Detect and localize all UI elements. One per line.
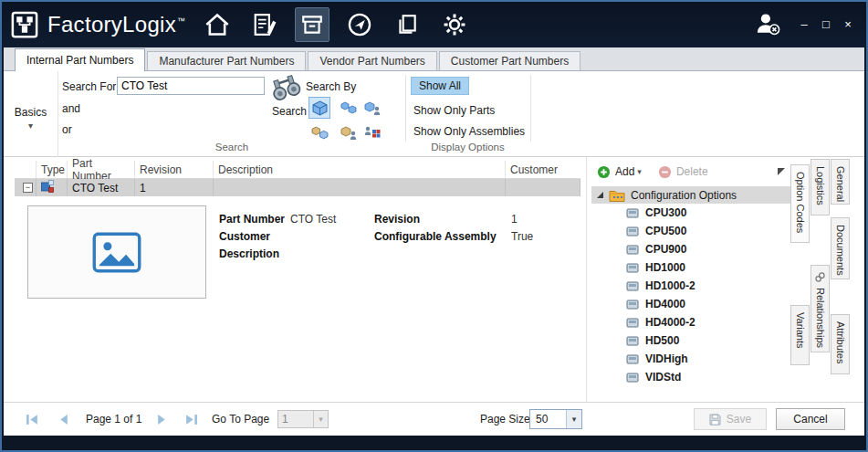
first-page-icon[interactable]: [26, 414, 39, 428]
basics-dropdown-caret[interactable]: ▾: [4, 121, 58, 131]
page-size-caret-icon[interactable]: ▾: [566, 410, 581, 428]
basics-label: Basics: [4, 106, 58, 119]
last-page-icon[interactable]: [184, 414, 198, 428]
column-type[interactable]: Type: [37, 161, 68, 178]
settings-gear-icon[interactable]: [437, 7, 472, 42]
detail-configurable-assembly-value: True: [511, 230, 533, 243]
row-type-cell: [37, 179, 68, 196]
column-description[interactable]: Description: [214, 161, 506, 178]
search-by-assembly-customer-icon[interactable]: [338, 121, 360, 143]
vtab-documents[interactable]: Documents: [831, 217, 850, 279]
parts-grid: Type Part Number Revision Description Cu…: [15, 157, 580, 402]
search-binoculars-icon[interactable]: [270, 75, 301, 103]
tab-manufacturer-part-numbers[interactable]: Manufacturer Part Numbers: [147, 51, 306, 70]
search-by-part-customer-icon[interactable]: [361, 97, 383, 119]
page-size-select[interactable]: 50 ▾: [529, 409, 582, 429]
add-dropdown-caret[interactable]: ▾: [637, 167, 642, 176]
relationships-link-icon: [815, 272, 825, 284]
tree-item-hd500[interactable]: HD500: [591, 331, 790, 350]
options-toolbar: Add ▾ Delete: [591, 161, 790, 183]
tab-internal-part-numbers[interactable]: Internal Part Numbers: [15, 48, 145, 71]
save-button[interactable]: Save: [694, 408, 767, 430]
detail-customer-label: Customer: [219, 230, 270, 243]
vtab-general[interactable]: General: [831, 159, 850, 205]
tab-vendor-part-numbers[interactable]: Vendor Part Numbers: [308, 51, 436, 70]
tree-item-hd4000-2[interactable]: HD4000-2: [591, 313, 790, 331]
next-page-icon[interactable]: [157, 414, 167, 428]
row-customer: [506, 179, 580, 196]
go-to-page-label: Go To Page: [212, 413, 269, 426]
tree-item-hd4000[interactable]: HD4000: [591, 295, 790, 313]
vtab-logistics[interactable]: Logistics: [810, 159, 830, 215]
go-to-page-input[interactable]: [278, 411, 313, 427]
part-library-icon[interactable]: [295, 7, 329, 42]
tree-item-cpu900[interactable]: CPU900: [591, 240, 790, 258]
vtab-relationships[interactable]: Relationships: [810, 265, 830, 352]
app-window: FactoryLogix™: [0, 0, 868, 452]
basics-group[interactable]: Basics ▾: [4, 71, 58, 157]
panel-splitter[interactable]: [586, 157, 587, 402]
tree-item-cpu500[interactable]: CPU500: [591, 222, 790, 240]
tree-expander-icon[interactable]: [597, 192, 603, 198]
window-controls: – □ ×: [793, 16, 859, 34]
add-plus-icon: [597, 165, 611, 179]
search-group-label: Search: [58, 142, 405, 152]
row-description: [214, 179, 506, 196]
part-number-tabstrip: Internal Part Numbers Manufacturer Part …: [4, 47, 864, 71]
user-logout-icon[interactable]: [753, 11, 780, 39]
go-to-page-stepper[interactable]: ▾: [277, 410, 329, 428]
delete-button[interactable]: Delete: [658, 165, 708, 179]
column-customer[interactable]: Customer: [506, 161, 580, 178]
close-button[interactable]: ×: [837, 16, 859, 34]
show-only-parts-option[interactable]: Show Only Parts: [413, 104, 495, 117]
page-size-value: 50: [530, 413, 566, 426]
option-icon: [626, 226, 639, 237]
go-to-page-caret-icon[interactable]: ▾: [313, 411, 328, 427]
documents-icon[interactable]: [390, 7, 424, 42]
previous-page-icon[interactable]: [58, 414, 68, 428]
part-type-icon: [41, 180, 54, 195]
table-row[interactable]: − CTO Test 1: [15, 179, 580, 196]
vtab-variants[interactable]: Variants: [790, 305, 810, 365]
search-by-parts-icon[interactable]: [338, 97, 360, 119]
show-all-option[interactable]: Show All: [411, 77, 469, 95]
detail-description-label: Description: [219, 247, 279, 260]
search-by-assembly-icon[interactable]: [309, 121, 330, 143]
search-by-part-icon[interactable]: [309, 97, 330, 119]
detail-part-number-label: Part Number: [219, 213, 285, 226]
tree-root-label: Configuration Options: [631, 189, 737, 202]
show-only-assemblies-option[interactable]: Show Only Assemblies: [413, 125, 525, 138]
vtab-attributes[interactable]: Attributes: [831, 314, 850, 374]
vtab-option-codes[interactable]: Option Codes: [790, 164, 810, 243]
add-button[interactable]: Add ▾: [597, 165, 642, 179]
titlebar: FactoryLogix™: [2, 2, 866, 47]
tree-item-vidstd[interactable]: VIDStd: [591, 368, 790, 386]
row-expander-cell: −: [15, 179, 37, 196]
tree-root-configuration-options[interactable]: Configuration Options: [591, 186, 790, 204]
column-revision[interactable]: Revision: [135, 161, 214, 178]
trademark: ™: [177, 16, 185, 26]
grid-header: Type Part Number Revision Description Cu…: [15, 161, 580, 179]
search-button-label[interactable]: Search: [272, 105, 307, 118]
ribbon-separator: [530, 75, 531, 142]
option-icon: [626, 354, 639, 364]
search-for-input[interactable]: [117, 77, 265, 95]
collapse-panel-icon[interactable]: [778, 168, 785, 175]
cancel-button[interactable]: Cancel: [776, 408, 845, 430]
tree-item-hd1000[interactable]: HD1000: [591, 258, 790, 277]
maximize-button[interactable]: □: [815, 16, 837, 34]
tree-item-hd1000-2[interactable]: HD1000-2: [591, 277, 790, 295]
column-part-number[interactable]: Part Number: [68, 161, 135, 178]
minimize-button[interactable]: –: [793, 16, 815, 34]
tree-item-cpu300[interactable]: CPU300: [591, 204, 790, 222]
navigator-icon[interactable]: [342, 7, 377, 42]
titlebar-nav-icons: [200, 7, 485, 42]
part-image-placeholder[interactable]: [27, 205, 206, 299]
tab-customer-part-numbers[interactable]: Customer Part Numbers: [439, 51, 580, 70]
collapse-row-icon[interactable]: −: [23, 183, 33, 193]
search-by-customer-icon[interactable]: [361, 121, 383, 143]
cancel-label: Cancel: [793, 413, 827, 426]
worksheet-icon[interactable]: [247, 7, 282, 42]
home-icon[interactable]: [200, 7, 235, 42]
tree-item-vidhigh[interactable]: VIDHigh: [591, 350, 790, 368]
